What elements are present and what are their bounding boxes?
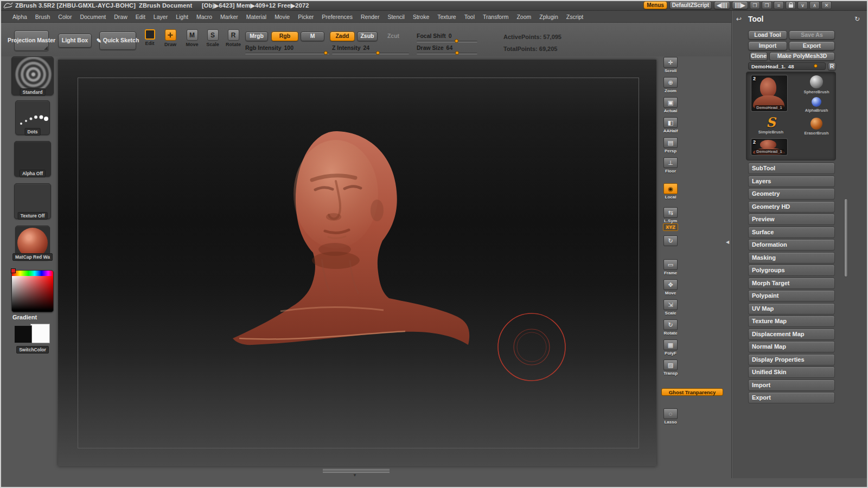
make-polymesh3d-button[interactable]: Make PolyMesh3D	[769, 52, 835, 61]
menu-movie[interactable]: Movie	[271, 12, 293, 22]
scroll-left-button[interactable]: ◀||||	[714, 1, 730, 9]
menu-texture[interactable]: Texture	[433, 12, 459, 22]
shelf-dots[interactable]: Dots	[15, 100, 50, 135]
tool-section-preview[interactable]: Preview	[748, 214, 835, 225]
strip-polyf[interactable]: ▦PolyF	[661, 339, 680, 356]
strip-aahalf[interactable]: ◧AAHalf	[661, 117, 680, 133]
tool-section-import[interactable]: Import	[748, 380, 835, 391]
menu-marker[interactable]: Marker	[216, 12, 242, 22]
strip-local[interactable]: ◉Local	[661, 183, 680, 200]
scroll-right-button[interactable]: ||||▶	[732, 1, 748, 9]
tool-section-displacement-map[interactable]: Displacement Map	[748, 329, 835, 340]
menu-color[interactable]: Color	[54, 12, 75, 22]
zadd-button[interactable]: Zadd	[330, 31, 355, 41]
strip-actual[interactable]: ▣Actual	[661, 97, 680, 113]
move-mode-button[interactable]: M Move	[182, 29, 202, 47]
m-button[interactable]: M	[301, 31, 324, 41]
load-tool-button[interactable]: Load Tool	[748, 30, 787, 40]
menu-zscript[interactable]: Zscript	[563, 12, 588, 22]
z-intensity-slider[interactable]: Z Intensity24	[332, 44, 409, 54]
strip-zoom[interactable]: ⊕Zoom	[661, 77, 680, 93]
strip-rotate[interactable]: ↻Rotate	[661, 319, 680, 336]
clone-button[interactable]: Clone	[750, 52, 768, 61]
tool-section-geometry-hd[interactable]: Geometry HD	[748, 201, 835, 213]
alphabrush-item[interactable]: AlphaBrush	[799, 97, 834, 113]
menu-zplugin[interactable]: Zplugin	[535, 12, 561, 22]
tool-section-surface[interactable]: Surface	[748, 227, 835, 238]
menu-stroke[interactable]: Stroke	[409, 12, 433, 22]
menu-render[interactable]: Render	[357, 12, 383, 22]
save-as-button[interactable]: Save As	[789, 30, 835, 40]
zsub-button[interactable]: Zsub	[357, 31, 378, 41]
slider-handle[interactable]	[324, 51, 328, 55]
palette-back-icon[interactable]: ↩	[736, 15, 742, 23]
tool-section-texture-map[interactable]: Texture Map	[748, 316, 835, 327]
down-arrow-icon[interactable]: ▼	[353, 473, 357, 478]
menus-button[interactable]: Menus	[643, 1, 667, 9]
tool-section-export[interactable]: Export	[748, 392, 835, 403]
default-zscript-button[interactable]: DefaultZScript	[669, 1, 712, 9]
rgb-intensity-slider[interactable]: Rgb Intensity100	[245, 44, 329, 54]
tool-section-masking[interactable]: Masking	[748, 252, 835, 264]
slider-handle[interactable]	[455, 51, 459, 55]
rgb-button[interactable]: Rgb	[271, 31, 298, 41]
strip-scale[interactable]: ⇲Scale	[661, 299, 680, 316]
slider-handle[interactable]	[455, 39, 458, 43]
strip-floor[interactable]: ⊥Floor	[661, 157, 680, 174]
slider-handle[interactable]	[814, 64, 818, 68]
current-tool-thumb[interactable]: 2 DemoHead_1	[751, 75, 788, 112]
minimize-icon[interactable]: ∨	[797, 1, 808, 9]
menu-layer[interactable]: Layer	[150, 12, 171, 22]
menu-draw[interactable]: Draw	[110, 12, 131, 22]
document-canvas[interactable]	[58, 60, 656, 466]
menu-document[interactable]: Document	[76, 12, 110, 22]
zcut-button[interactable]: Zcut	[383, 31, 404, 41]
scale-mode-button[interactable]: S Scale	[203, 29, 222, 47]
tool-section-normal-map[interactable]: Normal Map	[748, 341, 835, 352]
lock-icon[interactable]	[786, 1, 796, 9]
tool-section-subtool[interactable]: SubTool	[748, 163, 835, 174]
menu-transform[interactable]: Transform	[479, 12, 512, 22]
menu-preferences[interactable]: Preferences	[318, 12, 356, 22]
strip-lasso[interactable]: ◌Lasso	[661, 408, 680, 425]
tool-section-polygroups[interactable]: Polygroups	[748, 265, 835, 276]
recent-tool-thumb[interactable]: 2 DemoHead_1	[751, 138, 788, 156]
restore-icon[interactable]: ∧	[809, 1, 820, 9]
simplebrush-item[interactable]: S SimpleBrush	[753, 117, 789, 134]
menu-brush[interactable]: Brush	[31, 12, 54, 22]
import-tool-button[interactable]: Import	[748, 41, 787, 50]
ghost-transparency-button[interactable]: Ghost Tranparency	[661, 388, 723, 396]
quick-sketch-button[interactable]: ✎ Quick Sketch	[99, 31, 136, 50]
tool-section-geometry[interactable]: Geometry	[748, 188, 835, 200]
shelf-switchcolor[interactable]: SwitchColor	[13, 324, 52, 354]
mrgb-button[interactable]: Mrgb	[245, 31, 268, 41]
new-document-icon[interactable]: ❐	[750, 1, 760, 9]
tool-section-morph-target[interactable]: Morph Target	[748, 278, 835, 289]
menu-edit[interactable]: Edit	[132, 12, 149, 22]
tool-section-display-properties[interactable]: Display Properties	[748, 354, 835, 365]
strip-l-sym[interactable]: ⇆L.Sym	[661, 207, 680, 223]
focal-shift-slider[interactable]: Focal Shift0	[417, 33, 477, 42]
strip-move[interactable]: ✥Move	[661, 279, 680, 296]
strip-persp[interactable]: ▤Persp	[661, 137, 680, 153]
menu-macro[interactable]: Macro	[193, 12, 216, 22]
rotate-mode-button[interactable]: R Rotate	[224, 29, 243, 47]
shelf-gradient[interactable]: Gradient	[11, 270, 54, 320]
eraserbrush-item[interactable]: EraserBrush	[799, 118, 834, 136]
tool-section-unified-skin[interactable]: Unified Skin	[748, 367, 835, 378]
shelf-alpha-off[interactable]: Alpha Off	[14, 141, 51, 177]
menu-stencil[interactable]: Stencil	[384, 12, 409, 22]
light-box-button[interactable]: Light Box	[58, 34, 92, 48]
draw-mode-button[interactable]: ✛ Draw	[161, 29, 180, 47]
menu-light[interactable]: Light	[172, 12, 192, 22]
r-button[interactable]: R	[828, 62, 836, 70]
menu-picker[interactable]: Picker	[294, 12, 317, 22]
strip-radial-sym-icon[interactable]: ↻	[661, 235, 680, 246]
edit-mode-button[interactable]: Edit	[140, 29, 159, 46]
projection-master-button[interactable]: Projection Master	[14, 30, 49, 51]
slider-handle[interactable]	[376, 51, 380, 55]
tool-section-deformation[interactable]: Deformation	[748, 239, 835, 251]
tool-section-polypaint[interactable]: Polypaint	[748, 290, 835, 301]
panel-scrollbar[interactable]	[844, 198, 848, 277]
close-icon[interactable]: ✕	[821, 1, 832, 9]
